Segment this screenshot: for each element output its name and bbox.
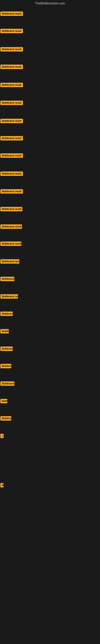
list-item[interactable]: Bottleneck result [0,12,23,17]
bottleneck-badge: Bottleneck result [0,64,23,69]
list-item[interactable]: Bottlene [0,416,11,422]
list-item[interactable]: Bottleneck [0,381,14,386]
bottleneck-badge: Bottleneck result [0,100,23,105]
bottleneck-badge: Bottleneck resu [0,259,19,264]
site-title: TheBottlenecker.com [0,0,100,7]
list-item[interactable]: Bottleneck result [0,64,23,70]
bottleneck-badge: Bottlenec [0,346,13,351]
list-item[interactable]: Bottleneck result [0,100,23,106]
bottleneck-badge: Bottleneck result [0,242,21,246]
list-item[interactable]: Bottleneck result [0,242,21,247]
list-item[interactable]: Bottleneck result [0,119,23,124]
bottleneck-badge: Bottlenec [0,312,13,316]
bottleneck-badge: Bottleneck result [0,119,23,123]
list-item[interactable]: Bottleneck result [0,189,23,194]
list-item[interactable]: Bottleneck result [0,83,23,88]
list-item[interactable]: Bottleneck result [0,172,23,177]
bottleneck-badge: Bottleneck result [0,136,23,140]
list-item[interactable]: Bottl [0,399,7,404]
list-item[interactable]: Bottleneck resu [0,259,19,264]
bottleneck-badge: Bottle [0,329,9,334]
bottleneck-badge: Bottlene [0,416,11,420]
bottleneck-badge: Bottleneck result [0,29,23,33]
bottleneck-badge: Bottleneck result [0,224,22,229]
bottleneck-badge: Bottleneck result [0,172,23,176]
list-item[interactable]: Bottleneck result [0,207,22,212]
list-item[interactable]: Bottlenec [0,312,13,317]
list-item[interactable]: Bottleneck result [0,153,23,158]
list-item[interactable]: Bottleneck result [0,136,23,141]
bottleneck-badge: B [0,483,3,488]
bottleneck-badge: Bottleneck res [0,294,18,299]
bottleneck-badge: | [0,434,3,438]
bottleneck-badge: Bottleneck result [0,207,22,211]
list-item[interactable]: Bottleneck result [0,29,23,34]
list-item[interactable]: | [0,434,3,439]
bottleneck-badge: Bottleneck result [0,47,23,52]
site-title-text: TheBottlenecker.com [35,2,65,5]
list-item[interactable]: Bottleneck res [0,294,18,300]
bottleneck-badge: Bottleneck result [0,189,23,194]
list-item[interactable]: Bottle [0,329,9,334]
bottleneck-badge: Bottleneck result [0,12,23,16]
list-item[interactable]: Bottleneck [0,277,14,282]
bottleneck-badge: Bottleneck result [0,83,23,87]
list-item[interactable]: Bottleneck result [0,47,23,52]
bottleneck-badge: Bottl [0,399,7,403]
list-item[interactable]: Bottlene [0,364,11,369]
list-item[interactable]: Bottlenec [0,346,13,352]
bottleneck-badge: Bottleneck [0,381,14,386]
bottleneck-badge: Bottlene [0,364,11,368]
list-item[interactable]: Bottleneck result [0,224,22,230]
bottleneck-badge: Bottleneck [0,277,14,281]
bottleneck-badge: Bottleneck result [0,153,23,158]
list-item[interactable]: B [0,483,3,488]
